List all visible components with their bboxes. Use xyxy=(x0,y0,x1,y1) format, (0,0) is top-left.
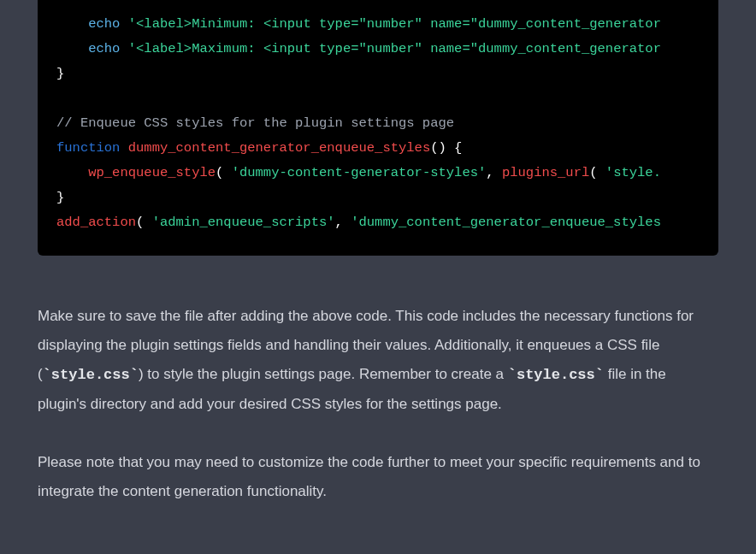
code-content: echo '<label>Minimum: <input type="numbe… xyxy=(38,0,718,256)
inline-code-style-css-1: `style.css` xyxy=(43,367,139,383)
code-block[interactable]: echo '<label>Minimum: <input type="numbe… xyxy=(38,0,718,256)
explanation-text: Make sure to save the file after adding … xyxy=(38,302,718,506)
paragraph-1: Make sure to save the file after adding … xyxy=(38,302,718,419)
paragraph-2: Please note that you may need to customi… xyxy=(38,448,718,506)
inline-code-style-css-2: `style.css` xyxy=(508,367,604,383)
